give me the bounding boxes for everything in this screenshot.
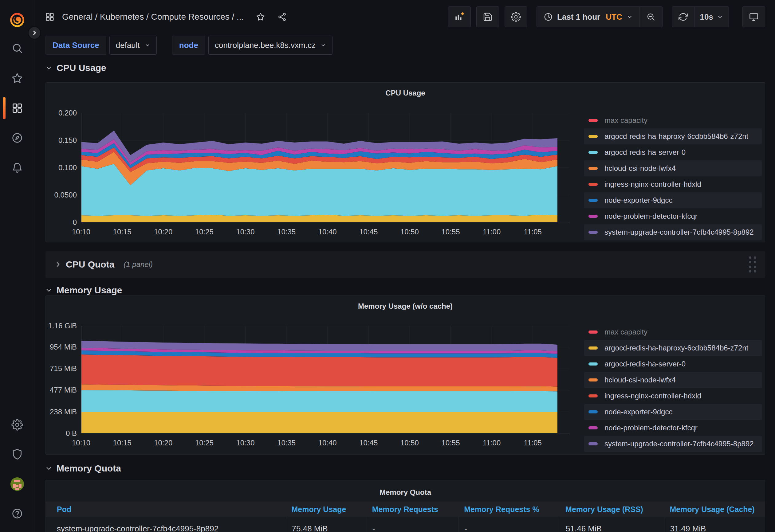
memory-usage-legend: max capacityargocd-redis-ha-haproxy-6cdb…	[584, 324, 762, 452]
gear-icon	[511, 12, 521, 22]
axis-y-label: 477 MiB	[46, 385, 77, 395]
legend-item[interactable]: system-upgrade-controller-7cfb4c4995-8p8…	[584, 224, 762, 240]
section-cpu-quota[interactable]: CPU Quota (1 panel)	[45, 251, 765, 278]
sidebar-item-dashboards[interactable]	[0, 96, 34, 120]
chart-canvas	[81, 326, 570, 433]
chevron-down-icon	[145, 42, 150, 48]
refresh-interval-dropdown[interactable]: 10s	[695, 6, 729, 27]
legend-item[interactable]: hcloud-csi-node-lwfx4	[584, 160, 762, 176]
grafana-logo-icon	[9, 12, 25, 28]
section-cpu-quota-count: (1 panel)	[123, 260, 153, 269]
axis-y-label: 0.100	[46, 163, 77, 172]
dashboard-settings-button[interactable]	[505, 6, 527, 27]
sidebar-item-server-admin[interactable]	[0, 443, 34, 466]
topbar: General / Kubernetes / Compute Resources…	[34, 0, 775, 34]
legend-label: max capacity	[605, 328, 648, 336]
legend-item[interactable]: node-problem-detector-kfcqr	[584, 208, 762, 224]
axis-x-label: 10:55	[433, 227, 469, 237]
section-memory-quota[interactable]: Memory Quota	[45, 463, 121, 474]
legend-label: hcloud-csi-node-lwfx4	[605, 164, 676, 173]
node-label: node	[172, 36, 205, 55]
axis-x-label: 10:35	[268, 438, 305, 448]
datasource-dropdown[interactable]: default	[109, 36, 157, 55]
legend-item[interactable]: node-exporter-9dgcc	[584, 192, 762, 208]
cpu-panel-title[interactable]: CPU Usage	[46, 89, 765, 97]
refresh-icon	[679, 12, 688, 22]
legend-item[interactable]: argocd-redis-ha-server-0	[584, 144, 762, 160]
legend-swatch-icon	[589, 346, 598, 350]
memory-usage-chart[interactable]	[81, 326, 570, 433]
table-header-cell[interactable]: Memory Requests %	[459, 502, 560, 517]
legend-swatch-icon	[589, 119, 598, 122]
legend-swatch-icon	[589, 362, 598, 366]
axis-x-label: 11:05	[515, 227, 551, 237]
legend-label: argocd-redis-ha-haproxy-6cdbb584b6-z72nt	[605, 344, 748, 352]
cpu-usage-chart[interactable]	[81, 113, 570, 222]
sidebar-item-settings[interactable]	[0, 413, 34, 436]
sidebar-item-starred[interactable]	[0, 67, 34, 90]
breadcrumb[interactable]: General / Kubernetes / Compute Resources…	[62, 12, 244, 22]
axis-x-label: 10:20	[145, 227, 182, 237]
sidebar-item-help[interactable]	[0, 502, 34, 525]
section-cpu-usage[interactable]: CPU Usage	[45, 63, 106, 73]
legend-item[interactable]: node-problem-detector-kfcqr	[584, 420, 762, 436]
sidebar-item-profile[interactable]	[0, 472, 34, 496]
section-memory-usage[interactable]: Memory Usage	[45, 285, 122, 295]
axis-x-label: 10:55	[433, 438, 469, 448]
axis-x-label: 10:30	[227, 227, 264, 237]
axis-x-label: 10:25	[186, 227, 223, 237]
star-icon	[11, 72, 23, 84]
legend-label: node-exporter-9dgcc	[605, 196, 672, 205]
chart-canvas	[81, 113, 570, 222]
axis-x-label: 10:50	[391, 227, 428, 237]
save-dashboard-button[interactable]	[476, 6, 499, 27]
chevron-down-icon	[45, 465, 52, 472]
legend-swatch-icon	[589, 231, 598, 234]
legend-item[interactable]: ingress-nginx-controller-hdxld	[584, 176, 762, 192]
memory-quota-panel: Memory Quota PodMemory UsageMemory Reque…	[45, 480, 765, 532]
table-header-cell[interactable]: Pod	[46, 502, 286, 517]
series-argocd-redis-ha-haproxy-6cdbb584b6-z72nt	[81, 215, 558, 222]
sidebar-item-search[interactable]	[0, 37, 34, 60]
share-dashboard-button[interactable]	[277, 12, 287, 22]
time-range-picker[interactable]: Last 1 hour UTC	[537, 6, 640, 27]
axis-x-label: 10:30	[227, 438, 264, 448]
chevron-down-icon	[627, 14, 633, 20]
node-dropdown[interactable]: controlplane.bee.k8s.vxm.cz	[208, 36, 332, 55]
legend-label: system-upgrade-controller-7cfb4c4995-8p8…	[605, 440, 754, 448]
drag-handle[interactable]	[749, 256, 756, 272]
table-cell: 31.49 MiB	[664, 517, 765, 532]
expand-sidebar-button[interactable]	[28, 26, 41, 40]
legend-item[interactable]: argocd-redis-ha-haproxy-6cdbb584b6-z72nt	[584, 340, 762, 356]
add-panel-button[interactable]	[448, 6, 471, 27]
series-argocd-redis-ha-haproxy-6cdbb584b6-z72nt	[81, 412, 558, 433]
legend-item[interactable]: max capacity	[584, 112, 762, 128]
legend-item[interactable]: ingress-nginx-controller-hdxld	[584, 388, 762, 404]
legend-item[interactable]: argocd-redis-ha-server-0	[584, 356, 762, 372]
favorite-dashboard-button[interactable]	[256, 12, 265, 22]
legend-item[interactable]: argocd-redis-ha-haproxy-6cdbb584b6-z72nt	[584, 128, 762, 144]
zoom-out-time-button[interactable]	[640, 6, 663, 27]
refresh-button[interactable]	[672, 6, 695, 27]
memory-quota-title[interactable]: Memory Quota	[46, 488, 765, 497]
axis-x-label: 10:45	[350, 227, 387, 237]
chevron-right-icon	[55, 261, 61, 268]
sidebar-item-alerting[interactable]	[0, 156, 34, 179]
legend-swatch-icon	[589, 331, 598, 334]
section-memory-usage-label: Memory Usage	[57, 285, 122, 295]
legend-item[interactable]: hcloud-csi-node-lwfx4	[584, 372, 762, 388]
memory-panel-title[interactable]: Memory Usage (w/o cache)	[46, 302, 765, 311]
cycle-view-mode-button[interactable]	[742, 6, 765, 27]
table-header-cell[interactable]: Memory Usage (RSS)	[560, 502, 664, 517]
legend-item[interactable]: max capacity	[584, 324, 762, 340]
table-header-cell[interactable]: Memory Usage (Cache)	[664, 502, 765, 517]
axis-y-label: 0	[46, 218, 77, 227]
gear-icon	[11, 419, 23, 431]
legend-item[interactable]: node-exporter-9dgcc	[584, 404, 762, 420]
axis-x-label: 10:15	[104, 438, 141, 448]
table-header-cell[interactable]: Memory Requests	[366, 502, 459, 517]
legend-item[interactable]: system-upgrade-controller-7cfb4c4995-8p8…	[584, 436, 762, 452]
table-header-cell[interactable]: Memory Usage	[286, 502, 366, 517]
sidebar-item-explore[interactable]	[0, 126, 34, 150]
series-argocd-redis-ha-server-0	[81, 164, 558, 216]
